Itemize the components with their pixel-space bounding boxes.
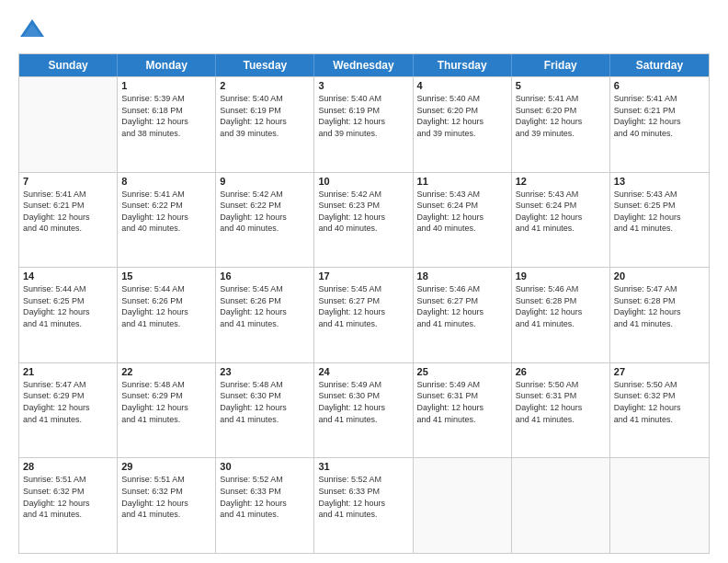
day-number: 20: [614, 270, 705, 282]
day-number: 11: [417, 176, 507, 187]
calendar-cell: [512, 458, 610, 553]
day-header-monday: Monday: [118, 54, 216, 76]
day-info: Sunrise: 5:46 AM Sunset: 6:27 PM Dayligh…: [417, 283, 507, 329]
calendar-cell: [414, 458, 512, 553]
calendar-cell: 24Sunrise: 5:49 AM Sunset: 6:30 PM Dayli…: [314, 363, 413, 458]
calendar-cell: 6Sunrise: 5:41 AM Sunset: 6:21 PM Daylig…: [610, 77, 709, 172]
day-info: Sunrise: 5:41 AM Sunset: 6:20 PM Dayligh…: [516, 93, 606, 139]
logo-icon: [18, 17, 46, 44]
day-number: 7: [23, 176, 113, 187]
day-number: 27: [614, 366, 705, 377]
calendar-cell: 7Sunrise: 5:41 AM Sunset: 6:21 PM Daylig…: [19, 173, 118, 268]
day-number: 24: [318, 366, 408, 377]
calendar-cell: 20Sunrise: 5:47 AM Sunset: 6:28 PM Dayli…: [610, 268, 709, 362]
day-info: Sunrise: 5:40 AM Sunset: 6:19 PM Dayligh…: [220, 93, 310, 139]
day-header-saturday: Saturday: [610, 54, 709, 76]
day-number: 17: [318, 270, 408, 282]
calendar-cell: 8Sunrise: 5:41 AM Sunset: 6:22 PM Daylig…: [118, 173, 216, 268]
day-info: Sunrise: 5:52 AM Sunset: 6:33 PM Dayligh…: [220, 474, 310, 520]
day-info: Sunrise: 5:47 AM Sunset: 6:28 PM Dayligh…: [614, 283, 705, 329]
header: [18, 17, 710, 44]
calendar-body: 1Sunrise: 5:39 AM Sunset: 6:18 PM Daylig…: [19, 76, 709, 553]
calendar-cell: 10Sunrise: 5:42 AM Sunset: 6:23 PM Dayli…: [314, 173, 413, 268]
day-number: 9: [220, 176, 310, 187]
calendar-cell: 27Sunrise: 5:50 AM Sunset: 6:32 PM Dayli…: [610, 363, 709, 458]
day-number: 10: [318, 176, 408, 187]
day-number: 21: [23, 366, 113, 377]
calendar-cell: 28Sunrise: 5:51 AM Sunset: 6:32 PM Dayli…: [19, 458, 118, 553]
day-info: Sunrise: 5:40 AM Sunset: 6:19 PM Dayligh…: [318, 93, 408, 139]
calendar-cell: 17Sunrise: 5:45 AM Sunset: 6:27 PM Dayli…: [314, 268, 413, 362]
calendar-week-3: 14Sunrise: 5:44 AM Sunset: 6:25 PM Dayli…: [19, 267, 709, 362]
day-info: Sunrise: 5:49 AM Sunset: 6:31 PM Dayligh…: [417, 379, 507, 425]
day-number: 4: [417, 80, 507, 91]
day-number: 26: [516, 366, 606, 377]
day-info: Sunrise: 5:48 AM Sunset: 6:29 PM Dayligh…: [121, 379, 211, 425]
calendar-cell: 29Sunrise: 5:51 AM Sunset: 6:32 PM Dayli…: [118, 458, 216, 553]
calendar-cell: [610, 458, 709, 553]
day-number: 3: [318, 80, 408, 91]
day-number: 5: [516, 80, 606, 91]
day-number: 8: [121, 176, 211, 187]
day-info: Sunrise: 5:52 AM Sunset: 6:33 PM Dayligh…: [318, 474, 408, 520]
day-info: Sunrise: 5:41 AM Sunset: 6:22 PM Dayligh…: [121, 189, 211, 235]
calendar-cell: 12Sunrise: 5:43 AM Sunset: 6:24 PM Dayli…: [512, 173, 610, 268]
day-number: 14: [23, 270, 113, 282]
day-number: 2: [220, 80, 310, 91]
day-number: 18: [417, 270, 507, 282]
day-info: Sunrise: 5:49 AM Sunset: 6:30 PM Dayligh…: [318, 379, 408, 425]
day-info: Sunrise: 5:44 AM Sunset: 6:25 PM Dayligh…: [23, 283, 113, 329]
calendar-cell: 21Sunrise: 5:47 AM Sunset: 6:29 PM Dayli…: [19, 363, 118, 458]
day-number: 23: [220, 366, 310, 377]
day-info: Sunrise: 5:40 AM Sunset: 6:20 PM Dayligh…: [417, 93, 507, 139]
calendar-cell: 30Sunrise: 5:52 AM Sunset: 6:33 PM Dayli…: [216, 458, 314, 553]
day-header-wednesday: Wednesday: [314, 54, 413, 76]
day-number: 13: [614, 176, 705, 187]
calendar-cell: 22Sunrise: 5:48 AM Sunset: 6:29 PM Dayli…: [118, 363, 216, 458]
day-number: 15: [121, 270, 211, 282]
day-info: Sunrise: 5:47 AM Sunset: 6:29 PM Dayligh…: [23, 379, 113, 425]
day-number: 29: [121, 461, 211, 472]
day-info: Sunrise: 5:46 AM Sunset: 6:28 PM Dayligh…: [516, 283, 606, 329]
day-info: Sunrise: 5:44 AM Sunset: 6:26 PM Dayligh…: [121, 283, 211, 329]
day-info: Sunrise: 5:41 AM Sunset: 6:21 PM Dayligh…: [23, 189, 113, 235]
day-info: Sunrise: 5:50 AM Sunset: 6:32 PM Dayligh…: [614, 379, 705, 425]
day-number: 6: [614, 80, 705, 91]
day-number: 30: [220, 461, 310, 472]
day-info: Sunrise: 5:39 AM Sunset: 6:18 PM Dayligh…: [121, 93, 211, 139]
day-header-sunday: Sunday: [19, 54, 118, 76]
day-number: 28: [23, 461, 113, 472]
day-number: 1: [121, 80, 211, 91]
day-number: 25: [417, 366, 507, 377]
calendar-cell: [19, 77, 118, 172]
page: SundayMondayTuesdayWednesdayThursdayFrid…: [0, 0, 728, 563]
calendar-cell: 1Sunrise: 5:39 AM Sunset: 6:18 PM Daylig…: [118, 77, 216, 172]
calendar-cell: 4Sunrise: 5:40 AM Sunset: 6:20 PM Daylig…: [414, 77, 512, 172]
day-info: Sunrise: 5:43 AM Sunset: 6:25 PM Dayligh…: [614, 189, 705, 235]
calendar-cell: 14Sunrise: 5:44 AM Sunset: 6:25 PM Dayli…: [19, 268, 118, 362]
day-header-tuesday: Tuesday: [216, 54, 314, 76]
calendar-week-4: 21Sunrise: 5:47 AM Sunset: 6:29 PM Dayli…: [19, 362, 709, 458]
calendar-week-5: 28Sunrise: 5:51 AM Sunset: 6:32 PM Dayli…: [19, 457, 709, 553]
day-info: Sunrise: 5:51 AM Sunset: 6:32 PM Dayligh…: [23, 474, 113, 520]
calendar-week-2: 7Sunrise: 5:41 AM Sunset: 6:21 PM Daylig…: [19, 172, 709, 268]
calendar-cell: 3Sunrise: 5:40 AM Sunset: 6:19 PM Daylig…: [314, 77, 413, 172]
day-header-thursday: Thursday: [414, 54, 512, 76]
calendar-cell: 23Sunrise: 5:48 AM Sunset: 6:30 PM Dayli…: [216, 363, 314, 458]
calendar: SundayMondayTuesdayWednesdayThursdayFrid…: [18, 53, 710, 554]
calendar-cell: 2Sunrise: 5:40 AM Sunset: 6:19 PM Daylig…: [216, 77, 314, 172]
day-info: Sunrise: 5:48 AM Sunset: 6:30 PM Dayligh…: [220, 379, 310, 425]
calendar-cell: 5Sunrise: 5:41 AM Sunset: 6:20 PM Daylig…: [512, 77, 610, 172]
calendar-cell: 16Sunrise: 5:45 AM Sunset: 6:26 PM Dayli…: [216, 268, 314, 362]
calendar-cell: 19Sunrise: 5:46 AM Sunset: 6:28 PM Dayli…: [512, 268, 610, 362]
calendar-cell: 11Sunrise: 5:43 AM Sunset: 6:24 PM Dayli…: [414, 173, 512, 268]
calendar-cell: 26Sunrise: 5:50 AM Sunset: 6:31 PM Dayli…: [512, 363, 610, 458]
day-header-friday: Friday: [512, 54, 610, 76]
calendar-cell: 18Sunrise: 5:46 AM Sunset: 6:27 PM Dayli…: [414, 268, 512, 362]
day-info: Sunrise: 5:45 AM Sunset: 6:26 PM Dayligh…: [220, 283, 310, 329]
day-info: Sunrise: 5:51 AM Sunset: 6:32 PM Dayligh…: [121, 474, 211, 520]
calendar-cell: 31Sunrise: 5:52 AM Sunset: 6:33 PM Dayli…: [314, 458, 413, 553]
calendar-cell: 9Sunrise: 5:42 AM Sunset: 6:22 PM Daylig…: [216, 173, 314, 268]
day-info: Sunrise: 5:42 AM Sunset: 6:22 PM Dayligh…: [220, 189, 310, 235]
calendar-cell: 15Sunrise: 5:44 AM Sunset: 6:26 PM Dayli…: [118, 268, 216, 362]
